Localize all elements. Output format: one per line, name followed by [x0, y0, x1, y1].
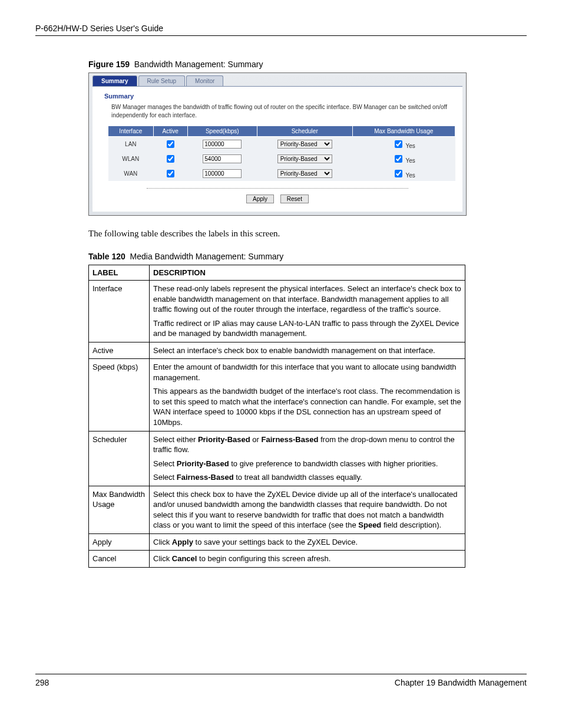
- table-title: Media Bandwidth Management: Summary: [130, 252, 284, 261]
- desc-label: Scheduler: [89, 431, 150, 486]
- page-number: 298: [35, 678, 49, 687]
- active-checkbox[interactable]: [167, 140, 174, 148]
- bandwidth-table: InterfaceActiveSpeed(kbps)SchedulerMax B…: [108, 126, 455, 181]
- tabbar: SummaryRule SetupMonitor: [89, 73, 466, 86]
- active-checkbox[interactable]: [167, 170, 174, 177]
- desc-text: Select this check box to have the ZyXEL …: [150, 486, 465, 533]
- desc-text: Click Apply to save your settings back t…: [150, 533, 465, 551]
- description-table: LABEL DESCRIPTION InterfaceThese read-on…: [88, 265, 465, 568]
- tab-rule-setup[interactable]: Rule Setup: [138, 75, 185, 86]
- reset-button[interactable]: Reset: [280, 195, 309, 203]
- figure-label: Figure 159: [88, 60, 130, 69]
- apply-button[interactable]: Apply: [246, 195, 274, 203]
- chapter-label: Chapter 19 Bandwidth Management: [395, 678, 527, 687]
- ui-screenshot: SummaryRule SetupMonitor Summary BW Mana…: [88, 73, 467, 216]
- scheduler-select[interactable]: Priority-BasedFairness-Based: [277, 169, 332, 178]
- desc-text: Select an interface's check box to enabl…: [150, 342, 465, 359]
- desc-row: Max Bandwidth UsageSelect this check box…: [89, 486, 465, 533]
- table-row: LANPriority-BasedFairness-Based Yes: [108, 137, 455, 152]
- table-row: WANPriority-BasedFairness-Based Yes: [108, 166, 455, 181]
- interface-label: WAN: [108, 166, 154, 181]
- desc-label: Cancel: [89, 551, 150, 568]
- desc-row: CancelClick Cancel to begin configuring …: [89, 551, 465, 568]
- table-label: Table 120: [88, 252, 125, 261]
- desc-row: InterfaceThese read-only labels represen…: [89, 281, 465, 342]
- desc-label: Active: [89, 342, 150, 359]
- desc-label: Max Bandwidth Usage: [89, 486, 150, 533]
- figure-title: Bandwidth Management: Summary: [134, 60, 263, 69]
- bw-th: Speed(kbps): [187, 126, 257, 137]
- speed-input[interactable]: [203, 140, 242, 149]
- speed-input[interactable]: [203, 154, 242, 163]
- panel-description: BW Manager manages the bandwidth of traf…: [100, 103, 455, 126]
- panel-title: Summary: [100, 91, 455, 103]
- desc-text: Select either Priority-Based or Fairness…: [150, 431, 465, 486]
- desc-label: Apply: [89, 533, 150, 551]
- max-usage-label: Yes: [404, 157, 415, 164]
- scheduler-select[interactable]: Priority-BasedFairness-Based: [277, 154, 332, 163]
- desc-text: Enter the amount of bandwidth for this i…: [150, 359, 465, 431]
- desc-row: ApplyClick Apply to save your settings b…: [89, 533, 465, 551]
- doc-header: P-662H/HW-D Series User's Guide: [35, 24, 527, 36]
- max-usage-checkbox[interactable]: [395, 155, 402, 163]
- max-usage-checkbox[interactable]: [395, 140, 402, 148]
- desc-text: These read-only labels represent the phy…: [150, 281, 465, 342]
- page-footer: 298 Chapter 19 Bandwidth Management: [35, 674, 527, 687]
- interface-label: LAN: [108, 137, 154, 152]
- desc-row: ActiveSelect an interface's check box to…: [89, 342, 465, 359]
- speed-input[interactable]: [203, 169, 242, 178]
- table-caption: Table 120 Media Bandwidth Management: Su…: [88, 252, 527, 261]
- max-usage-label: Yes: [404, 143, 415, 149]
- active-checkbox[interactable]: [167, 155, 174, 163]
- scheduler-select[interactable]: Priority-BasedFairness-Based: [277, 140, 332, 149]
- desc-text: Click Cancel to begin configuring this s…: [150, 551, 465, 568]
- bw-th: Max Bandwidth Usage: [352, 126, 455, 137]
- desc-th-description: DESCRIPTION: [150, 265, 465, 281]
- figure-caption: Figure 159 Bandwidth Management: Summary: [88, 60, 527, 69]
- desc-row: Speed (kbps)Enter the amount of bandwidt…: [89, 359, 465, 431]
- desc-th-label: LABEL: [89, 265, 150, 281]
- bw-th: Interface: [108, 126, 154, 137]
- desc-row: SchedulerSelect either Priority-Based or…: [89, 431, 465, 486]
- tab-monitor[interactable]: Monitor: [186, 75, 223, 86]
- interface-label: WLAN: [108, 151, 154, 166]
- table-row: WLANPriority-BasedFairness-Based Yes: [108, 151, 455, 166]
- bw-th: Active: [153, 126, 187, 137]
- tab-summary[interactable]: Summary: [92, 75, 137, 86]
- bw-th: Scheduler: [257, 126, 352, 137]
- desc-label: Interface: [89, 281, 150, 342]
- body-text: The following table describes the labels…: [88, 229, 527, 239]
- desc-label: Speed (kbps): [89, 359, 150, 431]
- max-usage-checkbox[interactable]: [395, 170, 402, 177]
- max-usage-label: Yes: [404, 172, 415, 179]
